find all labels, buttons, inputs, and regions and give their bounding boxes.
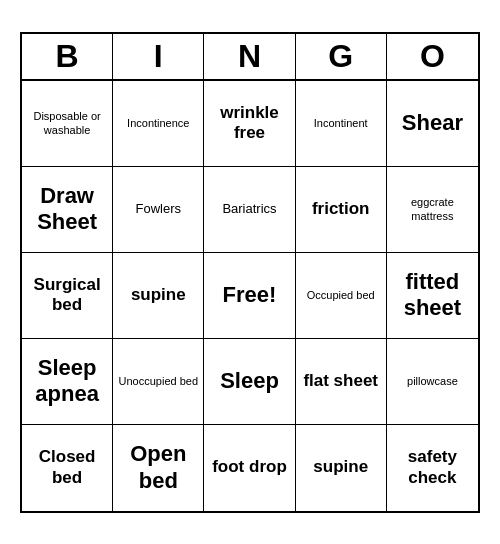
cell-text-12: Free!	[223, 282, 277, 308]
header-letter-N: N	[204, 34, 295, 79]
bingo-cell-16: Unoccupied bed	[113, 339, 204, 425]
bingo-cell-4: Shear	[387, 81, 478, 167]
cell-text-18: flat sheet	[303, 371, 378, 391]
bingo-grid: Disposable or washableIncontinencewrinkl…	[22, 81, 478, 511]
bingo-cell-11: supine	[113, 253, 204, 339]
bingo-cell-18: flat sheet	[296, 339, 387, 425]
bingo-cell-15: Sleep apnea	[22, 339, 113, 425]
cell-text-8: friction	[312, 199, 370, 219]
bingo-cell-19: pillowcase	[387, 339, 478, 425]
bingo-cell-20: Closed bed	[22, 425, 113, 511]
cell-text-4: Shear	[402, 110, 463, 136]
header-letter-G: G	[296, 34, 387, 79]
bingo-cell-0: Disposable or washable	[22, 81, 113, 167]
bingo-cell-22: foot drop	[204, 425, 295, 511]
cell-text-3: Incontinent	[314, 116, 368, 130]
cell-text-13: Occupied bed	[307, 288, 375, 302]
cell-text-16: Unoccupied bed	[119, 374, 199, 388]
cell-text-15: Sleep apnea	[26, 355, 108, 408]
cell-text-21: Open bed	[117, 441, 199, 494]
cell-text-22: foot drop	[212, 457, 287, 477]
bingo-cell-1: Incontinence	[113, 81, 204, 167]
cell-text-19: pillowcase	[407, 374, 458, 388]
bingo-header: BINGO	[22, 34, 478, 81]
bingo-cell-12: Free!	[204, 253, 295, 339]
header-letter-I: I	[113, 34, 204, 79]
bingo-cell-21: Open bed	[113, 425, 204, 511]
cell-text-14: fitted sheet	[391, 269, 474, 322]
cell-text-9: eggcrate mattress	[391, 195, 474, 224]
bingo-cell-24: safety check	[387, 425, 478, 511]
cell-text-1: Incontinence	[127, 116, 189, 130]
bingo-cell-17: Sleep	[204, 339, 295, 425]
header-letter-B: B	[22, 34, 113, 79]
bingo-cell-23: supine	[296, 425, 387, 511]
cell-text-7: Bariatrics	[222, 201, 276, 218]
bingo-cell-8: friction	[296, 167, 387, 253]
cell-text-11: supine	[131, 285, 186, 305]
bingo-cell-13: Occupied bed	[296, 253, 387, 339]
bingo-cell-7: Bariatrics	[204, 167, 295, 253]
cell-text-5: Draw Sheet	[26, 183, 108, 236]
cell-text-20: Closed bed	[26, 447, 108, 488]
cell-text-24: safety check	[391, 447, 474, 488]
bingo-cell-5: Draw Sheet	[22, 167, 113, 253]
cell-text-2: wrinkle free	[208, 103, 290, 144]
header-letter-O: O	[387, 34, 478, 79]
cell-text-17: Sleep	[220, 368, 279, 394]
bingo-cell-10: Surgical bed	[22, 253, 113, 339]
bingo-cell-2: wrinkle free	[204, 81, 295, 167]
cell-text-23: supine	[313, 457, 368, 477]
cell-text-10: Surgical bed	[26, 275, 108, 316]
bingo-cell-14: fitted sheet	[387, 253, 478, 339]
cell-text-6: Fowlers	[136, 201, 182, 218]
cell-text-0: Disposable or washable	[26, 109, 108, 138]
bingo-cell-3: Incontinent	[296, 81, 387, 167]
bingo-cell-9: eggcrate mattress	[387, 167, 478, 253]
bingo-cell-6: Fowlers	[113, 167, 204, 253]
bingo-card: BINGO Disposable or washableIncontinence…	[20, 32, 480, 513]
